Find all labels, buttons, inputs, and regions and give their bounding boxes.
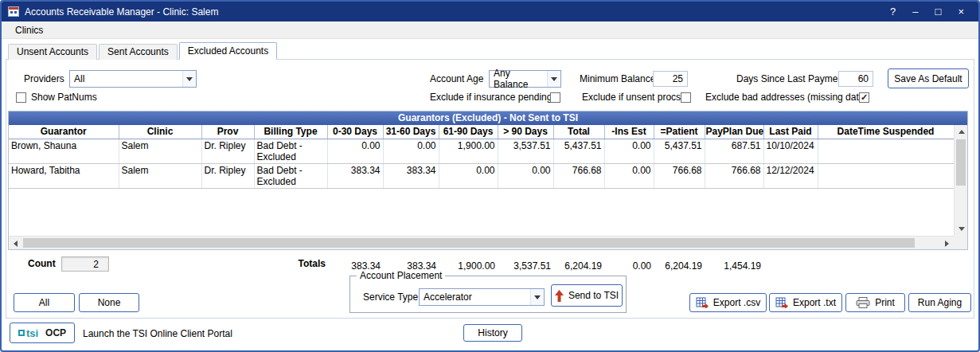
tsi-ocp-button[interactable]: tsi OCP [10,323,75,343]
cell [818,163,954,188]
cell: 0.00 [439,163,498,188]
menu-item-clinics[interactable]: Clinics [8,22,50,38]
providers-value: All [74,73,84,84]
column-header[interactable]: 0-30 Days [327,125,383,139]
cell: 0.00 [604,163,654,188]
chevron-down-icon [182,71,196,87]
show-patnums-label: Show PatNums [31,92,97,103]
launch-portal-text: Launch the TSI Online Client Portal [83,328,232,339]
exclude-insurance-pending-label: Exclude if insurance pending [430,92,552,103]
column-header[interactable]: Billing Type [254,125,327,139]
tab-excluded-accounts[interactable]: Excluded Accounts [179,42,277,60]
scrollbar-corner [954,236,967,249]
totals-label: Totals [267,258,326,269]
chevron-down-icon [547,71,560,87]
providers-dropdown[interactable]: All [69,70,197,88]
export-txt-label: Export .txt [793,297,836,308]
minimum-balance-input[interactable] [653,71,688,87]
cell: Howard, Tabitha [9,163,119,188]
column-header[interactable]: > 90 Days [498,125,553,139]
none-button[interactable]: None [79,293,139,312]
column-header[interactable]: Prov [201,125,254,139]
column-header[interactable]: DateTime Suspended [818,125,954,139]
exclude-bad-addresses-checkbox[interactable] [859,92,869,103]
red-up-arrow-icon [555,290,564,302]
tab-strip: Unsent Accounts Sent Accounts Excluded A… [8,42,279,60]
scroll-down-button[interactable] [955,222,968,236]
column-header[interactable]: Total [553,125,604,139]
cell: 0.00 [327,139,383,163]
column-header[interactable]: 31-60 Days [383,125,439,139]
send-to-tsi-button[interactable]: Send to TSI [551,284,623,307]
total-value: 1,900.00 [439,260,498,272]
column-header[interactable]: =Patient [654,125,705,139]
scroll-right-button[interactable] [940,237,954,250]
days-since-last-payment-input[interactable] [838,71,873,87]
minimize-button[interactable]: – [912,6,918,18]
total-value: 0.00 [604,260,654,272]
total-value: 6,204.19 [553,260,604,272]
export-icon [775,297,788,308]
account-age-value: Any Balance [494,68,547,90]
horizontal-scrollbar-thumb[interactable] [23,238,915,248]
service-type-value: Accelerator [424,291,472,303]
close-button[interactable]: × [958,6,964,18]
cell: Bad Debt - Excluded [254,163,327,188]
cell: 383.34 [383,163,439,188]
app-icon [8,6,19,17]
chevron-down-icon [530,289,544,305]
show-patnums-checkbox[interactable] [16,92,26,103]
title-bar[interactable]: Accounts Receivable Manager - Clinic: Sa… [2,2,978,22]
column-header[interactable]: Clinic [119,125,201,139]
run-aging-button[interactable]: Run Aging [908,293,971,312]
account-placement-label: Account Placement [357,270,445,281]
days-since-last-payment-label: Days Since Last Payment [736,73,845,84]
send-to-tsi-label: Send to TSI [568,290,619,301]
print-button[interactable]: Print [845,293,905,312]
cell: 383.34 [327,163,383,188]
cell: 766.68 [705,163,763,188]
history-button[interactable]: History [463,324,522,342]
exclude-unsent-procs-checkbox[interactable] [681,92,691,103]
all-button[interactable]: All [14,293,75,312]
scroll-up-button[interactable] [955,125,968,139]
cell: 5,437.51 [654,139,705,163]
exclude-unsent-procs-label: Exclude if unsent procs [582,92,681,103]
table-row[interactable]: Brown, ShaunaSalemDr. RipleyBad Debt - E… [9,139,954,163]
horizontal-scrollbar[interactable] [9,236,954,249]
cell: Dr. Ripley [201,139,254,163]
total-value: 1,454.19 [705,260,763,272]
cell: 0.00 [498,163,553,188]
service-type-label: Service Type [363,291,418,303]
scroll-left-button[interactable] [9,237,22,250]
window-title: Accounts Receivable Manager - Clinic: Sa… [25,6,218,18]
maximize-button[interactable]: □ [935,6,942,18]
column-header[interactable]: 61-90 Days [439,125,498,139]
column-header[interactable]: PayPlan Due [705,125,763,139]
cell [818,139,954,163]
providers-label: Providers [24,73,64,84]
account-placement-group: Account Placement Service Type Accelerat… [349,276,627,313]
table-row[interactable]: Howard, TabithaSalemDr. RipleyBad Debt -… [9,163,954,188]
tab-unsent-accounts[interactable]: Unsent Accounts [8,44,97,60]
account-age-dropdown[interactable]: Any Balance [489,70,561,88]
column-header[interactable]: Last Paid [763,125,818,139]
grid-title: Guarantors (Excluded) - Not Sent to TSI [9,111,967,125]
column-header[interactable]: Guarantor [9,125,119,139]
tab-sent-accounts[interactable]: Sent Accounts [99,44,178,60]
export-csv-button[interactable]: Export .csv [689,293,767,312]
cell: 0.00 [383,139,439,163]
export-txt-button[interactable]: Export .txt [769,293,842,312]
cell: 10/10/2024 [763,139,818,163]
help-button[interactable]: ? [890,6,896,18]
print-label: Print [875,297,895,308]
vertical-scrollbar-thumb[interactable] [956,139,966,186]
print-icon [856,297,870,308]
vertical-scrollbar[interactable] [954,125,967,236]
save-as-default-button[interactable]: Save As Default [888,68,969,88]
service-type-dropdown[interactable]: Accelerator [419,288,545,306]
cell: Bad Debt - Excluded [254,139,327,163]
exclude-insurance-pending-checkbox[interactable] [550,92,560,103]
cell: Salem [119,139,201,163]
column-header[interactable]: -Ins Est [604,125,654,139]
